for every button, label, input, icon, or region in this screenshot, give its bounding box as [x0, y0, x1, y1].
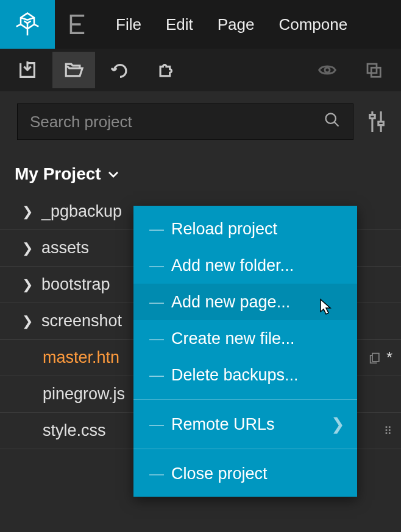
ctx-reload-project[interactable]: — Reload project: [133, 211, 357, 247]
folder-name: screenshot: [41, 312, 122, 331]
ctx-add-folder[interactable]: — Add new folder...: [133, 247, 357, 284]
file-name: pinegrow.js: [43, 385, 125, 404]
file-status-icons: *: [369, 348, 401, 367]
svg-point-0: [325, 68, 330, 72]
chevron-down-icon: [107, 170, 119, 178]
menu-page[interactable]: Page: [218, 15, 255, 34]
tools-icon: [366, 110, 387, 134]
search-box[interactable]: [17, 103, 353, 140]
copy-button[interactable]: [352, 52, 395, 88]
folder-name: _pgbackup: [41, 202, 122, 221]
file-name: master.htn: [43, 348, 119, 367]
ctx-label: Reload project: [171, 220, 277, 239]
eye-icon: [318, 60, 337, 80]
menu-file[interactable]: File: [116, 15, 141, 34]
menu-divider: [133, 449, 357, 449]
pinecone-icon: [14, 11, 41, 38]
chevron-right-icon: ❯: [22, 240, 33, 256]
duplicate-icon: [369, 352, 381, 364]
dash-icon: —: [149, 330, 160, 347]
project-title: My Project: [15, 164, 101, 184]
file-name: style.css: [43, 421, 106, 440]
dash-icon: —: [149, 465, 160, 482]
dash-icon: —: [149, 257, 160, 274]
menu-divider: [133, 399, 357, 400]
search-row: [0, 91, 401, 146]
ctx-add-page[interactable]: — Add new page...: [133, 284, 357, 320]
folder-button[interactable]: [52, 52, 95, 88]
ctx-create-file[interactable]: — Create new file...: [133, 320, 357, 357]
svg-rect-4: [372, 353, 379, 361]
e-icon: [65, 12, 87, 37]
chevron-right-icon: ❯: [22, 313, 33, 329]
main-menu: File Edit Page Compone: [98, 15, 401, 34]
import-icon: [17, 60, 38, 80]
project-context-menu: — Reload project — Add new folder... — A…: [133, 206, 357, 497]
ctx-label: Delete backups...: [171, 366, 299, 385]
ctx-label: Create new file...: [171, 329, 295, 348]
ctx-label: Add new page...: [171, 293, 290, 312]
search-input[interactable]: [30, 113, 324, 131]
ctx-close-project[interactable]: — Close project: [133, 455, 357, 492]
title-bar: File Edit Page Compone: [0, 0, 401, 49]
ctx-label: Add new folder...: [171, 256, 294, 275]
modified-asterisk: *: [386, 348, 392, 367]
chevron-right-icon: ❯: [22, 277, 33, 293]
menu-component[interactable]: Compone: [279, 15, 347, 34]
folder-open-icon: [63, 60, 84, 80]
ctx-delete-backups[interactable]: — Delete backups...: [133, 357, 357, 393]
e-logo: [55, 0, 98, 49]
pinegrow-logo[interactable]: [0, 0, 55, 49]
toolbar: [0, 49, 401, 91]
plugin-button[interactable]: [145, 52, 188, 88]
dash-icon: —: [149, 416, 160, 433]
project-heading[interactable]: My Project: [0, 146, 401, 194]
puzzle-icon: [156, 60, 177, 80]
undo-icon: [110, 60, 130, 80]
ctx-label: Close project: [171, 464, 268, 483]
import-button[interactable]: [6, 52, 49, 88]
copy-icon: [364, 61, 383, 79]
settings-button[interactable]: [364, 110, 389, 134]
svg-point-3: [326, 113, 336, 123]
visibility-button[interactable]: [306, 52, 349, 88]
dash-icon: —: [149, 220, 160, 237]
folder-name: bootstrap: [41, 275, 110, 294]
folder-name: assets: [41, 239, 89, 257]
more-icon[interactable]: ⠿: [384, 424, 401, 438]
menu-edit[interactable]: Edit: [166, 15, 193, 34]
search-icon: [324, 111, 341, 133]
dash-icon: —: [149, 293, 160, 310]
undo-button[interactable]: [99, 52, 141, 88]
dash-icon: —: [149, 366, 160, 383]
chevron-right-icon: ❯: [22, 204, 33, 220]
ctx-label: Remote URLs: [171, 415, 275, 434]
ctx-remote-urls[interactable]: — Remote URLs ❯: [133, 406, 357, 443]
chevron-right-icon: ❯: [331, 415, 345, 434]
